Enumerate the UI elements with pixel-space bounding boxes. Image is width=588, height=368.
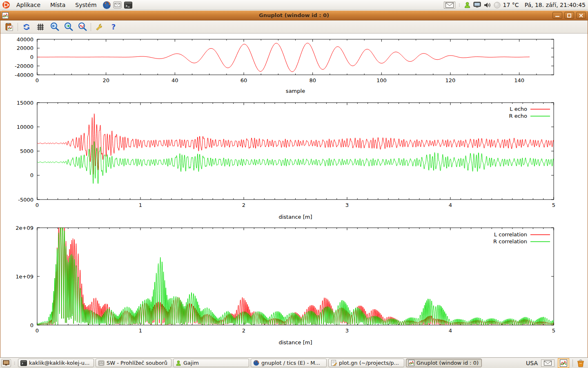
legend-label: R echo bbox=[509, 113, 527, 119]
panel-menus: Aplikace Místa Systém bbox=[0, 0, 133, 9]
y-tick-label: 40000 bbox=[17, 36, 33, 43]
task-button-editor[interactable]: plot.gn (~/projects/p... bbox=[328, 359, 404, 367]
task-label: SW - Prohlížeč souborů bbox=[107, 360, 167, 366]
gnuplot-icon bbox=[408, 360, 414, 366]
terminal-launcher-icon[interactable] bbox=[124, 0, 133, 9]
y-tick-label: 0 bbox=[30, 54, 33, 60]
bottom-taskbar: ⋮ kaklik@kaklik-kolej-u... SW - Prohlíže… bbox=[0, 357, 588, 368]
x-tick-label: 40 bbox=[172, 77, 178, 83]
x-tick-label: 5 bbox=[552, 328, 555, 334]
axes bbox=[37, 103, 554, 200]
legend-label: L correlation bbox=[494, 231, 527, 238]
firefox-icon[interactable] bbox=[102, 0, 111, 9]
y-tick-label: 15000 bbox=[17, 100, 33, 106]
y-tick-label: -20000 bbox=[15, 63, 33, 69]
task-button-gajim[interactable]: Gajim bbox=[173, 359, 249, 367]
x-tick-label: 80 bbox=[309, 77, 316, 83]
zoom-region-button[interactable] bbox=[77, 22, 87, 32]
gajim-status-icon[interactable] bbox=[464, 2, 471, 9]
mail-envelope-icon[interactable] bbox=[541, 359, 555, 367]
chart-waveform: 020406080100120140-40000-200000200004000… bbox=[15, 36, 554, 94]
titlebar[interactable]: Gnuplot (window id : 0) bbox=[0, 11, 588, 20]
task-label: Gnuplot (window id : 0) bbox=[416, 360, 479, 366]
task-label: gnuplot / tics (E) - M... bbox=[261, 360, 320, 366]
chart-correlation: 01234501e+092e+09distance [m]L correlati… bbox=[16, 225, 555, 346]
copy-plot-button[interactable] bbox=[4, 22, 14, 32]
clock-label[interactable]: Pá, 18. září, 21:40:45 bbox=[525, 2, 586, 8]
chart-echo: 012345-5000050001000015000distance [m]L … bbox=[17, 100, 556, 220]
volume-icon[interactable] bbox=[483, 2, 491, 8]
x-tick-label: 2 bbox=[242, 328, 245, 334]
trash-icon[interactable] bbox=[576, 359, 585, 368]
ubuntu-logo-icon[interactable] bbox=[2, 0, 11, 9]
menu-applications[interactable]: Aplikace bbox=[12, 0, 45, 9]
text-editor-icon bbox=[331, 360, 337, 366]
refresh-button[interactable] bbox=[21, 22, 32, 32]
task-label: plot.gn (~/projects/p... bbox=[339, 360, 399, 366]
display-icon[interactable] bbox=[473, 2, 481, 8]
menu-system[interactable]: Systém bbox=[71, 0, 100, 9]
y-tick-label: 5000 bbox=[20, 148, 33, 154]
task-button-gnuplot[interactable]: Gnuplot (window id : 0) bbox=[406, 359, 482, 367]
maximize-button[interactable] bbox=[564, 12, 574, 19]
plot-area[interactable]: 020406080100120140-40000-200000200004000… bbox=[0, 34, 588, 357]
help-button[interactable]: ? bbox=[108, 22, 119, 32]
menu-places[interactable]: Místa bbox=[46, 0, 69, 9]
y-tick-label: 1e+09 bbox=[16, 274, 33, 280]
keyboard-layout-indicator[interactable]: USA bbox=[526, 360, 538, 366]
weather-icon[interactable] bbox=[494, 2, 501, 9]
taskbar-handle: ⋮ bbox=[13, 362, 16, 364]
x-tick-label: 1 bbox=[139, 328, 142, 334]
tray-handle[interactable]: ⋮ bbox=[458, 4, 461, 6]
x-tick-label: 140 bbox=[514, 77, 524, 83]
temperature-label[interactable]: 17 °C bbox=[503, 2, 519, 8]
gnome-top-panel: Aplikace Místa Systém ⋮ 17 °C Pá, 18. bbox=[0, 0, 588, 10]
x-axis-label: sample bbox=[286, 88, 305, 94]
grid-toggle-button[interactable] bbox=[35, 22, 46, 32]
gnuplot-window-icon[interactable] bbox=[558, 358, 569, 368]
x-tick-label: 1 bbox=[139, 202, 142, 208]
zoom-previous-button[interactable] bbox=[49, 22, 60, 32]
show-desktop-button[interactable] bbox=[1, 359, 11, 367]
y-tick-label: 0 bbox=[30, 172, 33, 178]
task-button-file-manager[interactable]: SW - Prohlížeč souborů bbox=[96, 359, 172, 367]
mail-envelope-icon[interactable] bbox=[444, 2, 455, 9]
legend-label: L echo bbox=[510, 106, 527, 112]
x-tick-label: 4 bbox=[449, 202, 452, 208]
legend-label: R correlation bbox=[493, 238, 527, 245]
settings-wrench-button[interactable] bbox=[94, 22, 105, 32]
x-tick-label: 4 bbox=[449, 328, 452, 334]
x-axis-label: distance [m] bbox=[278, 214, 312, 220]
x-tick-label: 3 bbox=[345, 202, 349, 208]
svg-text:?: ? bbox=[111, 22, 116, 31]
x-tick-label: 5 bbox=[552, 202, 555, 208]
task-button-terminal[interactable]: kaklik@kaklik-kolej-u... bbox=[18, 359, 94, 367]
series-ping-waveform bbox=[37, 43, 530, 72]
y-tick-label: 10000 bbox=[17, 124, 33, 130]
gnuplot-window: Gnuplot (window id : 0) bbox=[0, 11, 588, 357]
x-tick-label: 0 bbox=[36, 77, 39, 83]
mail-launcher-icon[interactable] bbox=[113, 0, 122, 9]
file-manager-icon bbox=[98, 360, 105, 366]
series-l-correlation bbox=[37, 228, 554, 325]
axes bbox=[37, 228, 554, 325]
task-button-firefox[interactable]: gnuplot / tics (E) - M... bbox=[251, 359, 327, 367]
taskbar-tray: USA bbox=[526, 358, 587, 368]
y-tick-label: 0 bbox=[30, 322, 33, 328]
close-button[interactable] bbox=[576, 12, 586, 19]
x-tick-label: 2 bbox=[242, 202, 245, 208]
minimize-button[interactable] bbox=[552, 12, 562, 19]
toolbar-separator bbox=[91, 23, 91, 31]
x-axis-label: distance [m] bbox=[278, 339, 312, 346]
system-tray: ⋮ 17 °C Pá, 18. září, 21:40:45 bbox=[444, 2, 588, 9]
y-tick-label: -40000 bbox=[15, 72, 33, 78]
x-tick-label: 3 bbox=[345, 328, 349, 334]
gajim-icon bbox=[176, 360, 181, 366]
zoom-next-button[interactable] bbox=[63, 22, 74, 32]
gnuplot-plots: 020406080100120140-40000-200000200004000… bbox=[0, 34, 588, 357]
window-title: Gnuplot (window id : 0) bbox=[0, 12, 588, 18]
x-tick-label: 60 bbox=[241, 77, 247, 83]
firefox-icon bbox=[253, 360, 259, 366]
x-tick-label: 0 bbox=[36, 202, 39, 208]
x-tick-label: 0 bbox=[36, 328, 39, 334]
